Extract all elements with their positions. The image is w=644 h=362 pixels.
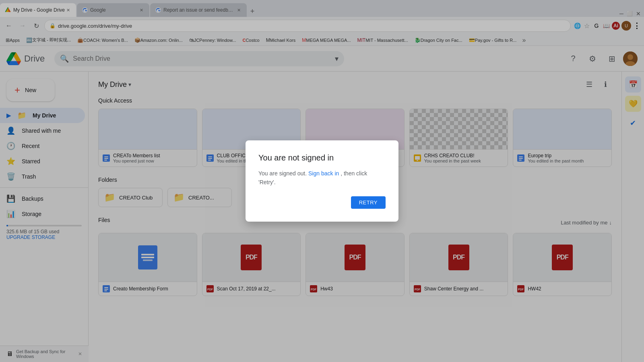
modal-overlay: You are not signed in You are signed out…	[0, 0, 644, 362]
modal-actions: RETRY	[258, 196, 386, 209]
modal-body-text: You are signed out.	[258, 170, 307, 177]
signed-out-modal: You are not signed in You are signed out…	[246, 140, 398, 222]
modal-title: You are not signed in	[258, 153, 386, 162]
modal-body: You are signed out. Sign back in , then …	[258, 169, 386, 187]
sign-in-link[interactable]: Sign back in	[308, 170, 339, 177]
retry-button[interactable]: RETRY	[351, 196, 386, 209]
